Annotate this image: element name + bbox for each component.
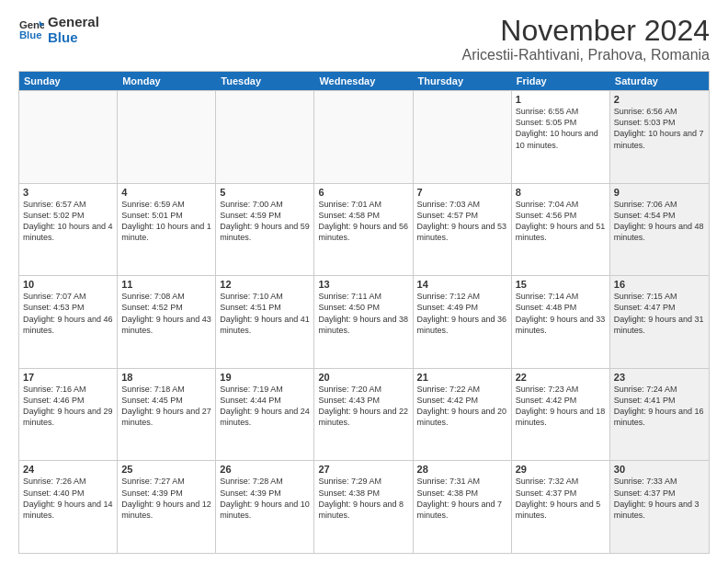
weekday-header: Friday [512, 72, 610, 90]
calendar-cell: 21Sunrise: 7:22 AM Sunset: 4:42 PM Dayli… [414, 369, 512, 461]
day-info: Sunrise: 7:08 AM Sunset: 4:52 PM Dayligh… [121, 291, 211, 336]
day-info: Sunrise: 7:31 AM Sunset: 4:38 PM Dayligh… [417, 476, 507, 521]
calendar-cell: 4Sunrise: 6:59 AM Sunset: 5:01 PM Daylig… [118, 184, 216, 276]
day-info: Sunrise: 7:32 AM Sunset: 4:37 PM Dayligh… [516, 476, 606, 521]
day-info: Sunrise: 7:01 AM Sunset: 4:58 PM Dayligh… [318, 199, 408, 244]
day-info: Sunrise: 7:14 AM Sunset: 4:48 PM Dayligh… [516, 291, 606, 336]
day-info: Sunrise: 7:00 AM Sunset: 4:59 PM Dayligh… [220, 199, 310, 244]
day-number: 22 [516, 372, 606, 383]
calendar-cell [118, 91, 216, 183]
day-number: 5 [220, 187, 310, 198]
calendar-cell: 20Sunrise: 7:20 AM Sunset: 4:43 PM Dayli… [314, 369, 413, 461]
title-block: November 2024 Aricestii-Rahtivani, Praho… [462, 15, 710, 63]
day-info: Sunrise: 7:19 AM Sunset: 4:44 PM Dayligh… [220, 384, 310, 429]
svg-text:Blue: Blue [19, 29, 42, 40]
day-number: 3 [23, 187, 113, 198]
calendar-cell: 25Sunrise: 7:27 AM Sunset: 4:39 PM Dayli… [118, 461, 216, 553]
calendar-row: 3Sunrise: 6:57 AM Sunset: 5:02 PM Daylig… [19, 183, 709, 276]
logo: General Blue General Blue [18, 15, 99, 45]
day-number: 11 [121, 279, 211, 290]
logo-line2: Blue [48, 30, 99, 46]
day-info: Sunrise: 7:16 AM Sunset: 4:46 PM Dayligh… [23, 384, 113, 429]
day-number: 28 [417, 464, 507, 475]
logo-line1: General [48, 15, 99, 30]
calendar-cell: 15Sunrise: 7:14 AM Sunset: 4:48 PM Dayli… [512, 276, 610, 368]
calendar-cell [19, 91, 118, 183]
calendar-cell: 19Sunrise: 7:19 AM Sunset: 4:44 PM Dayli… [216, 369, 314, 461]
day-number: 23 [614, 372, 705, 383]
calendar-cell [216, 91, 314, 183]
page: General Blue General Blue November 2024 … [0, 0, 728, 563]
calendar-cell: 10Sunrise: 7:07 AM Sunset: 4:53 PM Dayli… [19, 276, 118, 368]
month-title: November 2024 [462, 15, 710, 47]
calendar-cell: 8Sunrise: 7:04 AM Sunset: 4:56 PM Daylig… [512, 184, 610, 276]
day-info: Sunrise: 7:29 AM Sunset: 4:38 PM Dayligh… [318, 476, 408, 521]
day-info: Sunrise: 7:07 AM Sunset: 4:53 PM Dayligh… [23, 291, 113, 336]
day-number: 15 [516, 279, 606, 290]
day-number: 20 [318, 372, 408, 383]
calendar-cell: 13Sunrise: 7:11 AM Sunset: 4:50 PM Dayli… [314, 276, 413, 368]
day-number: 19 [220, 372, 310, 383]
day-info: Sunrise: 7:28 AM Sunset: 4:39 PM Dayligh… [220, 476, 310, 521]
day-info: Sunrise: 6:56 AM Sunset: 5:03 PM Dayligh… [614, 106, 705, 151]
calendar-cell: 3Sunrise: 6:57 AM Sunset: 5:02 PM Daylig… [19, 184, 118, 276]
day-info: Sunrise: 7:04 AM Sunset: 4:56 PM Dayligh… [516, 199, 606, 244]
day-number: 21 [417, 372, 507, 383]
calendar-cell: 16Sunrise: 7:15 AM Sunset: 4:47 PM Dayli… [610, 276, 709, 368]
calendar-cell: 5Sunrise: 7:00 AM Sunset: 4:59 PM Daylig… [216, 184, 314, 276]
day-number: 30 [614, 464, 705, 475]
day-number: 1 [516, 94, 606, 105]
day-info: Sunrise: 7:18 AM Sunset: 4:45 PM Dayligh… [121, 384, 211, 429]
day-number: 12 [220, 279, 310, 290]
calendar-cell: 6Sunrise: 7:01 AM Sunset: 4:58 PM Daylig… [314, 184, 413, 276]
calendar-row: 1Sunrise: 6:55 AM Sunset: 5:05 PM Daylig… [19, 90, 709, 183]
weekday-header: Monday [118, 72, 216, 90]
calendar-row: 10Sunrise: 7:07 AM Sunset: 4:53 PM Dayli… [19, 275, 709, 368]
weekday-header: Sunday [19, 72, 118, 90]
day-info: Sunrise: 7:33 AM Sunset: 4:37 PM Dayligh… [614, 476, 705, 521]
calendar-cell: 29Sunrise: 7:32 AM Sunset: 4:37 PM Dayli… [512, 461, 610, 553]
calendar-header: SundayMondayTuesdayWednesdayThursdayFrid… [19, 72, 709, 90]
day-number: 24 [23, 464, 113, 475]
calendar-cell: 18Sunrise: 7:18 AM Sunset: 4:45 PM Dayli… [118, 369, 216, 461]
calendar-cell: 17Sunrise: 7:16 AM Sunset: 4:46 PM Dayli… [19, 369, 118, 461]
calendar-cell: 7Sunrise: 7:03 AM Sunset: 4:57 PM Daylig… [414, 184, 512, 276]
calendar-cell: 22Sunrise: 7:23 AM Sunset: 4:42 PM Dayli… [512, 369, 610, 461]
day-number: 9 [614, 187, 705, 198]
day-info: Sunrise: 7:23 AM Sunset: 4:42 PM Dayligh… [516, 384, 606, 429]
day-info: Sunrise: 6:57 AM Sunset: 5:02 PM Dayligh… [23, 199, 113, 244]
day-info: Sunrise: 6:55 AM Sunset: 5:05 PM Dayligh… [516, 106, 606, 151]
day-info: Sunrise: 7:06 AM Sunset: 4:54 PM Dayligh… [614, 199, 705, 244]
calendar-cell: 26Sunrise: 7:28 AM Sunset: 4:39 PM Dayli… [216, 461, 314, 553]
calendar-cell [414, 91, 512, 183]
day-number: 7 [417, 187, 507, 198]
day-info: Sunrise: 7:15 AM Sunset: 4:47 PM Dayligh… [614, 291, 705, 336]
day-info: Sunrise: 7:12 AM Sunset: 4:49 PM Dayligh… [417, 291, 507, 336]
day-number: 27 [318, 464, 408, 475]
calendar-cell [314, 91, 413, 183]
day-number: 25 [121, 464, 211, 475]
calendar-cell: 28Sunrise: 7:31 AM Sunset: 4:38 PM Dayli… [414, 461, 512, 553]
calendar-cell: 24Sunrise: 7:26 AM Sunset: 4:40 PM Dayli… [19, 461, 118, 553]
calendar-cell: 9Sunrise: 7:06 AM Sunset: 4:54 PM Daylig… [610, 184, 709, 276]
day-number: 17 [23, 372, 113, 383]
logo-icon: General Blue [18, 17, 44, 43]
day-info: Sunrise: 7:22 AM Sunset: 4:42 PM Dayligh… [417, 384, 507, 429]
day-info: Sunrise: 6:59 AM Sunset: 5:01 PM Dayligh… [121, 199, 211, 244]
day-number: 2 [614, 94, 705, 105]
day-info: Sunrise: 7:27 AM Sunset: 4:39 PM Dayligh… [121, 476, 211, 521]
day-info: Sunrise: 7:20 AM Sunset: 4:43 PM Dayligh… [318, 384, 408, 429]
calendar: SundayMondayTuesdayWednesdayThursdayFrid… [18, 71, 710, 554]
header: General Blue General Blue November 2024 … [18, 15, 710, 63]
calendar-cell: 27Sunrise: 7:29 AM Sunset: 4:38 PM Dayli… [314, 461, 413, 553]
calendar-cell: 12Sunrise: 7:10 AM Sunset: 4:51 PM Dayli… [216, 276, 314, 368]
day-number: 18 [121, 372, 211, 383]
day-number: 29 [516, 464, 606, 475]
calendar-cell: 30Sunrise: 7:33 AM Sunset: 4:37 PM Dayli… [610, 461, 709, 553]
day-info: Sunrise: 7:26 AM Sunset: 4:40 PM Dayligh… [23, 476, 113, 521]
calendar-row: 17Sunrise: 7:16 AM Sunset: 4:46 PM Dayli… [19, 368, 709, 461]
location-title: Aricestii-Rahtivani, Prahova, Romania [462, 47, 710, 63]
calendar-cell: 1Sunrise: 6:55 AM Sunset: 5:05 PM Daylig… [512, 91, 610, 183]
day-info: Sunrise: 7:03 AM Sunset: 4:57 PM Dayligh… [417, 199, 507, 244]
day-number: 13 [318, 279, 408, 290]
